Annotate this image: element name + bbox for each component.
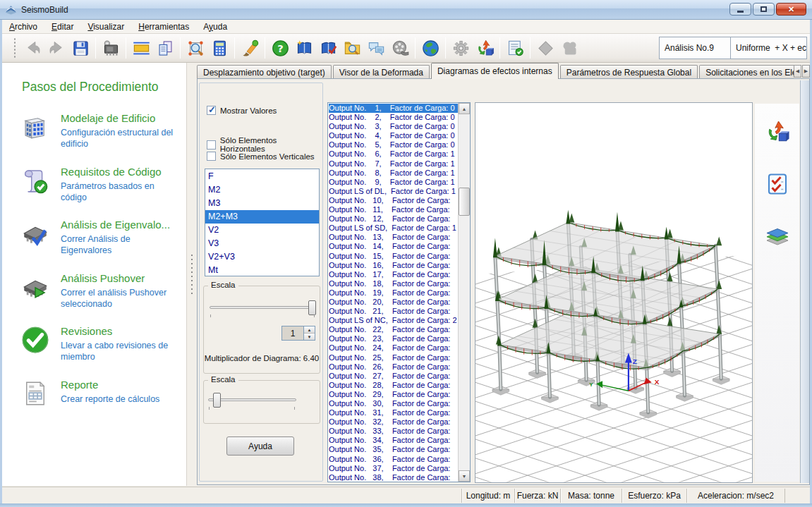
restore-button[interactable] [753,3,775,16]
globe-icon[interactable] [418,36,442,60]
3d-viewport[interactable]: Z X Y [475,102,753,483]
diagram-type-option[interactable]: M3 [205,197,319,210]
manual-book-icon[interactable] [292,36,316,60]
output-list-item[interactable]: Output No. 28, Factor de Carga: [329,381,458,390]
horizontal-only-checkbox[interactable]: Sólo Elementos Horizontales [207,136,322,153]
slider-thumb[interactable] [308,300,316,315]
output-list-item[interactable]: Output No. 6, Factor de Carga: 1 [329,149,458,159]
storey-layers-icon[interactable] [762,221,793,252]
help-button[interactable]: Ayuda [226,436,294,456]
diagram-type-option[interactable]: M2+M3 [205,210,319,224]
output-list-item[interactable]: Output No. 8, Factor de Carga: 1 [329,169,458,178]
member-checks-icon[interactable] [762,169,793,200]
output-list-item[interactable]: Output No. 13, Factor de Carga: [329,233,458,242]
diagram-type-option[interactable]: Mt [205,264,319,276]
output-list-item[interactable]: Output No. 12, Factor de Carga: [329,214,458,224]
tab-4[interactable]: Parámetros de Respuesta Global [560,65,698,79]
procedure-step-2[interactable]: Requisitos de CódigoParámetros basados e… [2,158,186,212]
output-list-item[interactable]: Output No. 29, Factor de Carga: [329,390,458,399]
diagram-type-option[interactable]: V2 [205,224,319,237]
output-list-item[interactable]: Output No. 38, Factor de Carga: [329,473,458,481]
output-list-item[interactable]: Output No. 14, Factor de Carga: [329,242,458,251]
tab-2[interactable]: Visor de la Deformada [333,65,430,79]
minimize-button[interactable] [729,3,751,16]
output-list-item[interactable]: Output No. 1, Factor de Carga: 0 [329,104,458,113]
menu-editar[interactable]: Editar [44,20,80,33]
tab-scroll-left[interactable]: ◀ [794,65,801,78]
close-button[interactable]: ✕ [776,3,806,16]
output-list-item[interactable]: Output No. 37, Factor de Carga: [329,464,458,473]
diagram-type-option[interactable]: F [205,170,319,183]
output-list-item[interactable]: Output No. 18, Factor de Carga: [329,279,458,288]
feedback-bubbles-icon[interactable] [364,36,388,60]
spin-up-icon[interactable]: ▲ [304,326,315,334]
scroll-down-icon[interactable]: ▼ [459,470,470,482]
output-list-item[interactable]: Output No. 23, Factor de Carga: [329,334,458,343]
diagram-type-option[interactable]: V2+V3 [205,250,319,264]
tab-3[interactable]: Diagramas de efectos internas [431,63,559,79]
scrollbar-thumb[interactable] [459,188,470,216]
menu-herramientas[interactable]: Herramientas [131,20,196,33]
output-list-item[interactable]: Output No. 17, Factor de Carga: [329,270,458,279]
analysis-selector[interactable]: Análisis No.9 [660,37,730,59]
show-values-checkbox[interactable]: Mostrar Valores [207,106,277,115]
deformed-shape-icon[interactable] [473,36,497,60]
procedure-step-5[interactable]: RevisionesLlevar a cabo revisiones de mi… [2,317,186,371]
spin-down-icon[interactable]: ▼ [304,334,315,340]
output-list-item[interactable]: Output No. 20, Factor de Carga: [329,298,458,307]
processor-icon[interactable] [99,36,123,60]
output-list-item[interactable]: Output No. 26, Factor de Carga: [329,362,458,372]
output-list-item[interactable]: Output No. 11, Factor de Carga: [329,205,458,214]
output-list-item[interactable]: Output No. 30, Factor de Carga: [329,399,458,408]
output-list-item[interactable]: Output No. 24, Factor de Carga: [329,343,458,353]
calculator-icon[interactable] [207,36,231,60]
output-list-item[interactable]: Output No. 15, Factor de Carga: [329,252,458,261]
output-list-item[interactable]: Output No. 9, Factor de Carga: 1 [329,178,458,187]
output-list-item[interactable]: Output No. 22, Factor de Carga: [329,325,458,334]
output-list-item[interactable]: Output No. 32, Factor de Carga: [329,417,458,427]
output-list-item[interactable]: Output No. 2, Factor de Carga: 0 [329,113,458,122]
title-bar[interactable]: SeismoBuild ✕ [0,0,812,20]
scale-value[interactable]: 1 [282,326,303,340]
menu-archivo[interactable]: Archivo [2,20,44,33]
tab-scroll-right[interactable]: ▶ [802,65,810,78]
load-case-selector[interactable]: Uniforme + X + ec [730,37,806,59]
output-list-item[interactable]: Output No. 34, Factor de Carga: [329,436,458,445]
paintbrush-icon[interactable] [238,36,262,60]
beam-section-icon[interactable] [129,36,153,60]
diagram-type-option[interactable]: V3 [205,237,319,250]
slider-thumb[interactable] [213,393,221,408]
menu-visualizar[interactable]: Visualizar [80,20,131,33]
save-icon[interactable] [68,36,92,60]
diagram-scale-slider[interactable] [210,306,315,309]
output-list-item[interactable]: Output No. 4, Factor de Carga: 0 [329,131,458,140]
output-list-item[interactable]: Output No. 31, Factor de Carga: [329,408,458,417]
sidebar-splitter[interactable] [187,63,197,486]
output-list-item[interactable]: Output No. 33, Factor de Carga: [329,427,458,436]
output-list-item[interactable]: Output No. 36, Factor de Carga: [329,455,458,464]
deformation-scale-slider[interactable] [208,398,296,401]
deformed-shape-icon[interactable] [762,116,793,147]
search-folder-icon[interactable] [340,36,364,60]
verify-book-icon[interactable] [316,36,340,60]
output-list-item[interactable]: Output LS of SD, Factor de Carga: 1 [329,224,458,233]
scroll-up-icon[interactable]: ▲ [459,103,470,114]
output-list-item[interactable]: Output No. 10, Factor de Carga: [329,196,458,205]
output-list-item[interactable]: Output No. 21, Factor de Carga: [329,307,458,316]
output-list-scrollbar[interactable]: ▲ ▼ [458,103,470,482]
model-inspect-icon[interactable] [183,36,207,60]
tab-1[interactable]: Desplazamiento objetivo (target) [197,65,332,79]
diagram-type-option[interactable]: M2 [205,183,319,197]
procedure-step-6[interactable]: ReporteCrear reporte de cálculos [2,371,186,416]
output-list-item[interactable]: Output No. 19, Factor de Carga: [329,288,458,298]
copy-documents-icon[interactable] [153,36,177,60]
output-list-item[interactable]: Output No. 25, Factor de Carga: [329,353,458,362]
output-list-item[interactable]: Output LS of NC, Factor de Carga: 2 [329,316,458,325]
output-list-item[interactable]: Output No. 35, Factor de Carga: [329,445,458,454]
menu-ayuda[interactable]: Ayuda [196,20,234,33]
help-icon[interactable]: ? [268,36,292,60]
report-check-icon[interactable] [503,36,527,60]
procedure-step-1[interactable]: Modelaje de EdificioConfiguración estruc… [2,104,186,158]
output-list-item[interactable]: Output No. 16, Factor de Carga: [329,261,458,270]
output-list-item[interactable]: Output No. 3, Factor de Carga: 0 [329,122,458,131]
